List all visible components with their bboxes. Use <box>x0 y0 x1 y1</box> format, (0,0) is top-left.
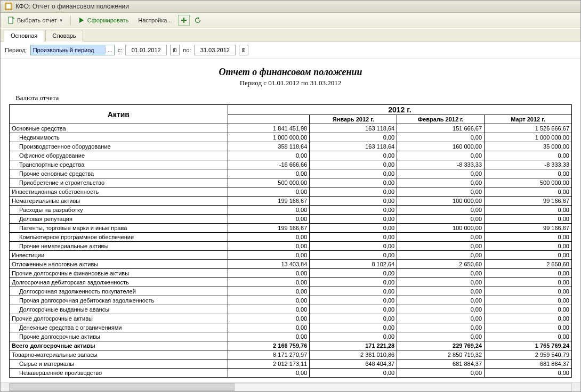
row-label: Прочая долгосрочная дебитоская задолженн… <box>10 296 228 305</box>
row-value: 0,00 <box>228 251 310 260</box>
row-label: Незавершенное производство <box>10 369 228 378</box>
date-to-calendar-button[interactable]: 🗓 <box>239 45 248 55</box>
row-value: 0,00 <box>310 323 397 332</box>
app-icon <box>5 3 12 10</box>
tab-main[interactable]: Основная <box>4 30 44 42</box>
row-value: 0,00 <box>228 369 310 378</box>
row-value: 151 666,67 <box>397 124 485 133</box>
period-input[interactable] <box>31 45 106 55</box>
row-value: 0,00 <box>310 169 397 178</box>
row-value: 1 000 000,00 <box>228 133 310 142</box>
row-value: 0,00 <box>310 151 397 160</box>
row-label: Прочие долгосрочные финансовые активы <box>10 269 228 278</box>
row-value: 0,00 <box>397 187 485 197</box>
row-value: 2 361 010,86 <box>310 350 397 360</box>
table-row: Приобретение и строительство500 000,000,… <box>10 178 572 187</box>
row-value: 0,00 <box>397 242 485 251</box>
row-value: 0,00 <box>228 332 310 341</box>
row-value: 35 000,00 <box>485 142 572 151</box>
dropdown-arrow-icon: ▼ <box>59 18 63 23</box>
row-value: 0,00 <box>228 206 310 215</box>
row-value: 2 650,60 <box>485 260 572 269</box>
row-value: 0,00 <box>228 305 310 314</box>
row-value: 100 000,00 <box>397 197 485 206</box>
table-row: Всего долгосрочные активы2 166 759,76171… <box>10 341 572 350</box>
row-value: 0,00 <box>485 187 572 197</box>
select-report-button[interactable]: Выбрать отчет ▼ <box>4 15 67 26</box>
svg-rect-1 <box>6 4 11 9</box>
table-row: Долгосрочная дебиторская задолженность0,… <box>10 278 572 287</box>
row-value: 648 404,37 <box>310 360 397 369</box>
row-value: 0,00 <box>397 269 485 278</box>
settings-button[interactable]: Настройка... <box>134 15 175 25</box>
row-value: 0,00 <box>310 187 397 197</box>
row-value: 0,00 <box>397 305 485 314</box>
row-value: 1 526 666,67 <box>485 124 572 133</box>
play-icon <box>78 17 85 24</box>
settings-label: Настройка... <box>138 17 172 23</box>
row-value: 229 769,24 <box>397 341 485 350</box>
row-value: 0,00 <box>485 278 572 287</box>
row-value: 0,00 <box>310 233 397 242</box>
row-value: 163 118,64 <box>310 124 397 133</box>
row-value: 160 000,00 <box>397 142 485 151</box>
row-value: 0,00 <box>310 215 397 224</box>
table-row: Денежные средства с ограничениями0,000,0… <box>10 323 572 332</box>
row-value: 0,00 <box>228 169 310 178</box>
table-row: Нематериальные активы199 166,670,00100 0… <box>10 197 572 206</box>
report-title: Отчет о финансовом положении <box>9 67 572 78</box>
row-value: 99 166,67 <box>485 224 572 233</box>
row-value: 163 118,64 <box>310 142 397 151</box>
row-value: 99 166,67 <box>485 197 572 206</box>
row-label: Прочие основные средства <box>10 169 228 178</box>
row-value: 0,00 <box>485 151 572 160</box>
row-value: 0,00 <box>228 296 310 305</box>
row-value: 0,00 <box>228 314 310 323</box>
row-value: 0,00 <box>397 133 485 142</box>
row-value: 0,00 <box>485 323 572 332</box>
table-row: Производственное оборудование358 118,641… <box>10 142 572 151</box>
table-row: Расходы на разработку0,000,000,000,00 <box>10 206 572 215</box>
row-value: 0,00 <box>310 332 397 341</box>
row-value: 0,00 <box>485 332 572 341</box>
row-value: 0,00 <box>228 269 310 278</box>
add-button[interactable] <box>178 15 190 26</box>
row-label: Патенты, торговые марки и иные права <box>10 224 228 233</box>
row-value: 1 841 451,98 <box>228 124 310 133</box>
generate-button[interactable]: Сформировать <box>74 15 133 26</box>
table-row: Недвижимость1 000 000,000,000,001 000 00… <box>10 133 572 142</box>
row-value: 1 000 000,00 <box>485 133 572 142</box>
report-area[interactable]: Отчет о финансовом положении Период с 01… <box>1 59 580 382</box>
row-value: 0,00 <box>310 314 397 323</box>
period-combo[interactable]: … <box>30 45 115 55</box>
date-from-calendar-button[interactable]: 🗓 <box>170 45 180 55</box>
refresh-button[interactable] <box>192 15 204 26</box>
row-value: -16 666,66 <box>228 160 310 169</box>
row-value: 0,00 <box>228 233 310 242</box>
table-row: Основные средства1 841 451,98163 118,641… <box>10 124 572 133</box>
row-value: 0,00 <box>397 332 485 341</box>
row-value: 2 012 173,11 <box>228 360 310 369</box>
calendar-icon: 🗓 <box>172 47 177 53</box>
date-from-input[interactable] <box>125 45 167 55</box>
row-label: Производственное оборудование <box>10 142 228 151</box>
scrollbar-track[interactable] <box>9 383 572 391</box>
tab-dict[interactable]: Словарь <box>45 30 83 42</box>
table-row: Прочие долгосрочные активы0,000,000,000,… <box>10 314 572 323</box>
row-value: 0,00 <box>485 233 572 242</box>
year-header: 2012 г. <box>228 105 571 115</box>
row-value: -8 333,33 <box>397 160 485 169</box>
period-combo-dropdown[interactable]: … <box>106 47 114 53</box>
row-value: 0,00 <box>310 305 397 314</box>
row-value: 0,00 <box>485 169 572 178</box>
period-label: Период: <box>5 47 27 53</box>
row-value: 13 403,84 <box>228 260 310 269</box>
to-label: по: <box>183 47 191 53</box>
generate-label: Сформировать <box>87 17 129 23</box>
row-value: 0,00 <box>485 215 572 224</box>
scrollbar-thumb[interactable] <box>10 383 235 391</box>
table-row: Прочая долгосрочная дебитоская задолженн… <box>10 296 572 305</box>
date-to-input[interactable] <box>194 45 236 55</box>
horizontal-scrollbar[interactable] <box>1 382 580 391</box>
row-value: 0,00 <box>485 251 572 260</box>
